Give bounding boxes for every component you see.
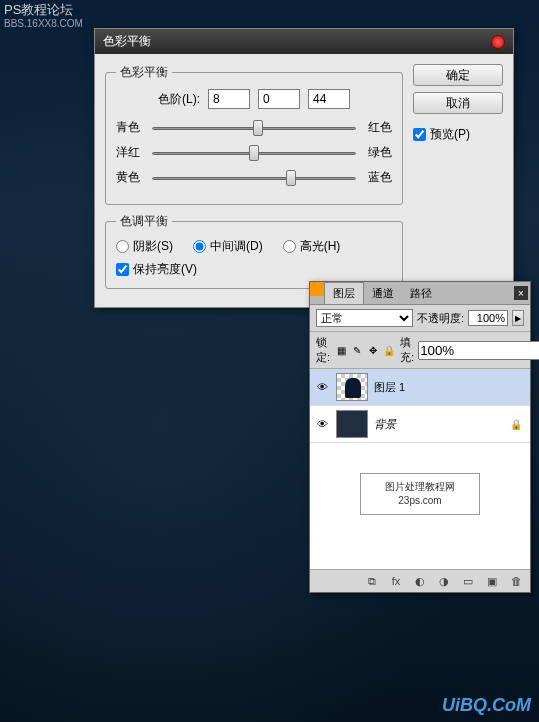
slider-cyan-red: 青色 红色 xyxy=(116,119,392,136)
tab-layers[interactable]: 图层 xyxy=(324,282,364,304)
group-legend: 色彩平衡 xyxy=(116,64,172,81)
lock-transparency-icon[interactable]: ▦ xyxy=(334,343,348,357)
levels-row: 色阶(L): xyxy=(116,89,392,109)
layer-list: 👁 图层 1 👁 背景 🔒 图片处理教程网 23ps.com xyxy=(310,369,530,569)
slider-thumb-icon[interactable] xyxy=(286,170,296,186)
radio-input[interactable] xyxy=(193,240,206,253)
group-legend: 色调平衡 xyxy=(116,213,172,230)
layer-mask-icon[interactable]: ◐ xyxy=(412,574,428,588)
slider-left-label: 黄色 xyxy=(116,169,146,186)
tone-radio-row: 阴影(S) 中间调(D) 高光(H) xyxy=(116,238,392,255)
preview-checkbox[interactable]: 预览(P) xyxy=(413,126,503,143)
panel-corner-icon[interactable] xyxy=(310,282,324,296)
level-c-input[interactable] xyxy=(308,89,350,109)
preserve-luminosity-row: 保持亮度(V) xyxy=(116,261,392,278)
levels-label: 色阶(L): xyxy=(158,91,200,108)
radio-highlights[interactable]: 高光(H) xyxy=(283,238,341,255)
slider-right-label: 蓝色 xyxy=(362,169,392,186)
dialog-body: 色彩平衡 色阶(L): 青色 红色 洋红 绿色 xyxy=(95,54,513,307)
tone-balance-group: 色调平衡 阴影(S) 中间调(D) 高光(H) 保持亮度(V) xyxy=(105,213,403,289)
lock-position-icon[interactable]: ✥ xyxy=(366,343,380,357)
slider-thumb-icon[interactable] xyxy=(249,145,259,161)
adjustment-layer-icon[interactable]: ◑ xyxy=(436,574,452,588)
level-b-input[interactable] xyxy=(258,89,300,109)
radio-shadows[interactable]: 阴影(S) xyxy=(116,238,173,255)
layer-style-icon[interactable]: fx xyxy=(388,574,404,588)
dialog-titlebar[interactable]: 色彩平衡 xyxy=(95,29,513,54)
lock-all-icon[interactable]: 🔒 xyxy=(382,343,396,357)
group-icon[interactable]: ▭ xyxy=(460,574,476,588)
checkbox-input[interactable] xyxy=(116,263,129,276)
slider-left-label: 青色 xyxy=(116,119,146,136)
layer-name-label[interactable]: 背景 xyxy=(374,417,396,432)
layer-name-label[interactable]: 图层 1 xyxy=(374,380,405,395)
dialog-title: 色彩平衡 xyxy=(103,33,151,50)
slider-track-1[interactable] xyxy=(152,120,356,136)
lock-fill-row: 锁定: ▦ ✎ ✥ 🔒 填充: ▶ xyxy=(310,332,530,369)
level-a-input[interactable] xyxy=(208,89,250,109)
watermark-box: 图片处理教程网 23ps.com xyxy=(360,473,480,515)
dialog-right-column: 确定 取消 预览(P) xyxy=(413,64,503,297)
tab-paths[interactable]: 路径 xyxy=(402,283,440,304)
chevron-right-icon[interactable]: ▶ xyxy=(512,310,524,326)
blend-opacity-row: 正常 不透明度: ▶ xyxy=(310,305,530,332)
slider-left-label: 洋红 xyxy=(116,144,146,161)
fill-input[interactable] xyxy=(418,341,539,360)
cancel-button[interactable]: 取消 xyxy=(413,92,503,114)
close-icon[interactable] xyxy=(491,35,505,49)
watermark-text: BBS.16XX8.COM xyxy=(4,18,83,30)
radio-midtones[interactable]: 中间调(D) xyxy=(193,238,263,255)
preserve-luminosity-checkbox[interactable]: 保持亮度(V) xyxy=(116,261,392,278)
checkbox-input[interactable] xyxy=(413,128,426,141)
lock-icon: 🔒 xyxy=(510,419,522,430)
slider-track-3[interactable] xyxy=(152,170,356,186)
slider-right-label: 绿色 xyxy=(362,144,392,161)
slider-magenta-green: 洋红 绿色 xyxy=(116,144,392,161)
layer-thumbnail[interactable] xyxy=(336,410,368,438)
visibility-eye-icon[interactable]: 👁 xyxy=(314,416,330,432)
slider-right-label: 红色 xyxy=(362,119,392,136)
panel-close-icon[interactable]: × xyxy=(514,286,528,300)
lock-icons-group: ▦ ✎ ✥ 🔒 xyxy=(334,343,396,357)
lock-label: 锁定: xyxy=(316,335,330,365)
opacity-input[interactable] xyxy=(468,310,508,326)
layers-panel: 图层 通道 路径 × 正常 不透明度: ▶ 锁定: ▦ ✎ ✥ 🔒 填充: ▶ … xyxy=(309,281,531,593)
panel-footer: ⧉ fx ◐ ◑ ▭ ▣ 🗑 xyxy=(310,569,530,592)
dialog-left-column: 色彩平衡 色阶(L): 青色 红色 洋红 绿色 xyxy=(105,64,403,297)
radio-input[interactable] xyxy=(283,240,296,253)
radio-input[interactable] xyxy=(116,240,129,253)
slider-thumb-icon[interactable] xyxy=(253,120,263,136)
slider-yellow-blue: 黄色 蓝色 xyxy=(116,169,392,186)
watermark-top-left: PS教程论坛 BBS.16XX8.COM xyxy=(4,2,83,30)
watermark-text: PS教程论坛 xyxy=(4,2,83,18)
delete-layer-icon[interactable]: 🗑 xyxy=(508,574,524,588)
lock-pixels-icon[interactable]: ✎ xyxy=(350,343,364,357)
layer-row[interactable]: 👁 背景 🔒 xyxy=(310,406,530,443)
opacity-label: 不透明度: xyxy=(417,311,464,326)
slider-track-2[interactable] xyxy=(152,145,356,161)
blend-mode-select[interactable]: 正常 xyxy=(316,309,413,327)
color-balance-dialog: 色彩平衡 色彩平衡 色阶(L): 青色 红色 洋红 xyxy=(94,28,514,308)
tab-channels[interactable]: 通道 xyxy=(364,283,402,304)
link-layers-icon[interactable]: ⧉ xyxy=(364,574,380,588)
color-balance-group: 色彩平衡 色阶(L): 青色 红色 洋红 绿色 xyxy=(105,64,403,205)
layer-thumbnail[interactable] xyxy=(336,373,368,401)
layer-row[interactable]: 👁 图层 1 xyxy=(310,369,530,406)
ok-button[interactable]: 确定 xyxy=(413,64,503,86)
watermark-bottom-right: UiBQ.CoM xyxy=(442,695,531,716)
new-layer-icon[interactable]: ▣ xyxy=(484,574,500,588)
fill-label: 填充: xyxy=(400,335,414,365)
panel-tabbar: 图层 通道 路径 × xyxy=(310,282,530,305)
visibility-eye-icon[interactable]: 👁 xyxy=(314,379,330,395)
